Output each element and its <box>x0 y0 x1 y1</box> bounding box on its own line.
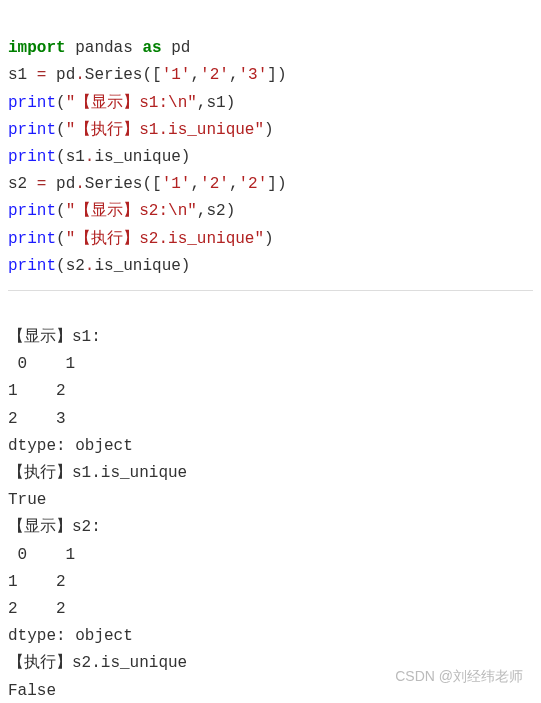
output-line: True <box>8 491 46 509</box>
code-line-1: import pandas as pd <box>8 39 190 57</box>
code-line-4: print("【执行】s1.is_unique") <box>8 121 274 139</box>
output-line: 【执行】s1.is_unique <box>8 464 187 482</box>
code-line-5: print(s1.is_unique) <box>8 148 190 166</box>
output-line: False <box>8 682 56 700</box>
code-line-2: s1 = pd.Series(['1','2','3']) <box>8 66 287 84</box>
output-line: dtype: object <box>8 437 133 455</box>
code-block: import pandas as pd s1 = pd.Series(['1',… <box>8 8 533 280</box>
output-line: 0 1 <box>8 546 75 564</box>
output-line: 【显示】s2: <box>8 518 101 536</box>
output-line: 2 3 <box>8 410 66 428</box>
output-line: dtype: object <box>8 627 133 645</box>
output-line: 1 2 <box>8 382 66 400</box>
code-line-6: s2 = pd.Series(['1','2','2']) <box>8 175 287 193</box>
code-line-9: print(s2.is_unique) <box>8 257 190 275</box>
output-line: 1 2 <box>8 573 66 591</box>
watermark: CSDN @刘经纬老师 <box>395 665 523 689</box>
output-line: 【执行】s2.is_unique <box>8 654 187 672</box>
code-line-8: print("【执行】s2.is_unique") <box>8 230 274 248</box>
output-line: 0 1 <box>8 355 75 373</box>
output-line: 2 2 <box>8 600 66 618</box>
output-line: 【显示】s1: <box>8 328 101 346</box>
code-line-7: print("【显示】s2:\n",s2) <box>8 202 235 220</box>
output-block: 【显示】s1: 0 1 1 2 2 3 dtype: object 【执行】s1… <box>8 290 533 703</box>
code-line-3: print("【显示】s1:\n",s1) <box>8 94 235 112</box>
